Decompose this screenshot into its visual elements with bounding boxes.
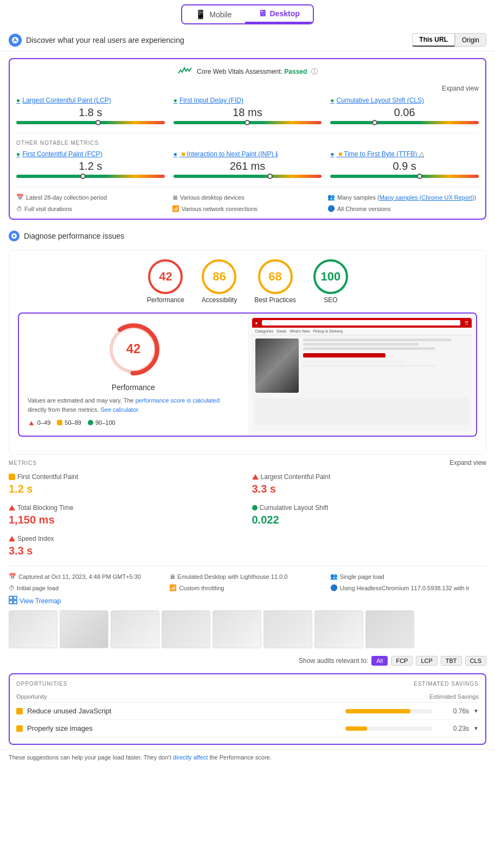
lcp-metric: Largest Contentful Paint (LCP) 1.8 s xyxy=(16,97,165,124)
tbt-metric-text: Total Blocking Time xyxy=(17,504,73,512)
si-triangle-icon xyxy=(9,536,15,541)
inp-info-icon[interactable]: ℹ xyxy=(275,150,278,158)
ttfb-metric: ■ Time to First Byte (TTFB) △ 0.9 s xyxy=(330,150,479,178)
ttfb-bar xyxy=(330,175,479,178)
metrics-grid: First Contentful Paint 1.2 s Largest Con… xyxy=(9,473,486,557)
tab-desktop[interactable]: 🖥 Desktop xyxy=(245,5,313,23)
inp-metric: ■ Interaction to Next Paint (INP) ℹ 261 … xyxy=(173,150,322,178)
desktop-icon-2: 🖥 xyxy=(169,573,175,580)
origin-button[interactable]: Origin xyxy=(455,33,486,47)
cls-dot-icon xyxy=(252,505,258,510)
filmstrip-frame-4 xyxy=(162,610,210,648)
audit-btn-tbt[interactable]: TBT xyxy=(441,656,462,666)
cwv-footer-item-1: 📅 Latest 28-day collection period xyxy=(16,194,168,201)
ttfb-value: 0.9 s xyxy=(330,160,479,173)
opp-bar-container-2 xyxy=(345,726,432,731)
chrome-icon: 🔵 xyxy=(327,205,335,212)
best-practices-card[interactable]: 68 Best Practices xyxy=(254,259,296,304)
metrics-title: METRICS xyxy=(9,460,37,466)
treemap-icon xyxy=(9,596,17,606)
si-metric-label: Speed Index xyxy=(9,535,243,542)
audit-btn-all[interactable]: All xyxy=(371,656,388,666)
opp-savings-2: 0.23s xyxy=(436,725,469,732)
seo-card[interactable]: 100 SEO xyxy=(313,259,348,304)
ttfb-info-icon[interactable]: △ xyxy=(419,150,424,158)
perf-left: 42 Performance Values are estimated and … xyxy=(19,314,248,436)
tab-group: 📱 Mobile 🖥 Desktop xyxy=(181,4,313,24)
cwv-info-icon[interactable]: ⓘ xyxy=(311,68,318,75)
opp-label-1: Reduce unused JavaScript xyxy=(27,707,341,715)
fid-label[interactable]: First Input Delay (FID) xyxy=(173,97,322,104)
cwv-expand-view[interactable]: Expand view xyxy=(16,85,479,92)
opp-chevron-1: ▼ xyxy=(473,708,479,714)
network-icon: 📶 xyxy=(172,205,179,212)
audit-btn-lcp[interactable]: LCP xyxy=(416,656,437,666)
accessibility-circle: 86 xyxy=(202,259,236,294)
mobile-icon: 📱 xyxy=(195,9,206,20)
desktop-icon: 🖥 xyxy=(258,9,267,18)
svg-rect-11 xyxy=(9,601,12,604)
treemap-label: View Treemap xyxy=(20,597,61,605)
treemap-link[interactable]: View Treemap xyxy=(9,596,486,606)
inp-label[interactable]: ■ Interaction to Next Paint (INP) ℹ xyxy=(173,150,322,158)
tab-mobile[interactable]: 📱 Mobile xyxy=(182,5,245,23)
perf-score-link[interactable]: performance score is calculated xyxy=(136,397,220,404)
fid-bar xyxy=(173,121,322,124)
url-toggle-group: This URL Origin xyxy=(412,33,486,47)
accessibility-score: 86 xyxy=(213,270,226,284)
opp-col-opportunity: Opportunity xyxy=(16,693,47,700)
score-section: 42 Performance 86 Accessibility 68 Best … xyxy=(9,250,486,455)
crux-icon xyxy=(9,34,22,47)
ttfb-bar-indicator xyxy=(417,174,422,179)
opp-row-2[interactable]: Properly size images 0.23s ▼ xyxy=(16,720,479,737)
perf-title: Performance xyxy=(28,383,239,392)
fid-bar-indicator xyxy=(245,120,250,125)
svg-rect-10 xyxy=(14,596,17,599)
opp-bar-container-1 xyxy=(345,709,432,713)
cls-label[interactable]: Cumulative Layout Shift (CLS) xyxy=(330,97,479,104)
this-url-button[interactable]: This URL xyxy=(412,33,455,47)
inp-bar-indicator xyxy=(267,174,273,179)
audit-btn-fcp[interactable]: FCP xyxy=(391,656,413,666)
svg-point-4 xyxy=(13,235,15,237)
opp-label-2: Properly size images xyxy=(27,724,341,732)
filmstrip-frame-2 xyxy=(60,610,108,648)
cwv-footer-text-1: Latest 28-day collection period xyxy=(26,194,107,201)
lcp-bar-indicator xyxy=(95,120,101,125)
cwv-footer-item-3: 👥 Many samples (Many samples (Chrome UX … xyxy=(327,194,479,201)
metrics-footer-text-5: Custom throttling xyxy=(179,585,224,591)
filmstrip-frame-6 xyxy=(263,610,312,648)
cls-metric: Cumulative Layout Shift (CLS) 0.06 xyxy=(330,97,479,124)
cls-bar xyxy=(330,121,479,124)
chrome-ux-report-link[interactable]: Many samples (Chrome UX Report) xyxy=(380,194,474,201)
opp-row-1[interactable]: Reduce unused JavaScript 0.76s ▼ xyxy=(16,703,479,720)
opp-col-headers: Opportunity Estimated Savings xyxy=(16,691,479,703)
clock-icon: ⏱ xyxy=(16,206,22,212)
metrics-footer-5: 📶 Custom throttling xyxy=(169,584,325,591)
legend-green-icon xyxy=(88,420,93,425)
metric-tbt: Total Blocking Time 1,150 ms xyxy=(9,504,243,526)
diagnose-text: Diagnose performance issues xyxy=(24,232,124,240)
top-bar-left: Discover what your real users are experi… xyxy=(9,34,184,47)
cwv-footer-text-4: Full visit durations xyxy=(24,206,72,212)
opp-col-savings: Estimated Savings xyxy=(429,693,479,700)
performance-card[interactable]: 42 Performance xyxy=(147,259,184,304)
calendar-icon: 📅 xyxy=(16,194,24,201)
lcp-label[interactable]: Largest Contentful Paint (LCP) xyxy=(16,97,165,104)
metrics-expand-view[interactable]: Expand view xyxy=(449,459,486,467)
cwv-footer: 📅 Latest 28-day collection period 🖥 Vari… xyxy=(16,187,479,212)
fcp-label[interactable]: First Contentful Paint (FCP) xyxy=(16,150,165,158)
performance-label: Performance xyxy=(147,296,184,304)
fcp-metric: First Contentful Paint (FCP) 1.2 s xyxy=(16,150,165,178)
accessibility-card[interactable]: 86 Accessibility xyxy=(202,259,237,304)
si-metric-value: 3.3 s xyxy=(9,545,243,557)
see-calculator-link[interactable]: See calculator. xyxy=(100,406,139,413)
fid-metric: First Input Delay (FID) 18 ms xyxy=(173,97,322,124)
legend-red-icon: ▲ xyxy=(28,418,35,427)
metrics-footer-1: 📅 Captured at Oct 11, 2023, 4:48 PM GMT+… xyxy=(9,573,165,580)
audit-btn-cls[interactable]: CLS xyxy=(465,656,486,666)
top-bar: Discover what your real users are experi… xyxy=(0,29,495,52)
ttfb-label[interactable]: ■ Time to First Byte (TTFB) △ xyxy=(330,150,479,158)
perf-legend: ▲ 0–49 50–89 90–100 xyxy=(28,418,239,427)
directly-affect-link[interactable]: directly affect xyxy=(173,754,208,761)
